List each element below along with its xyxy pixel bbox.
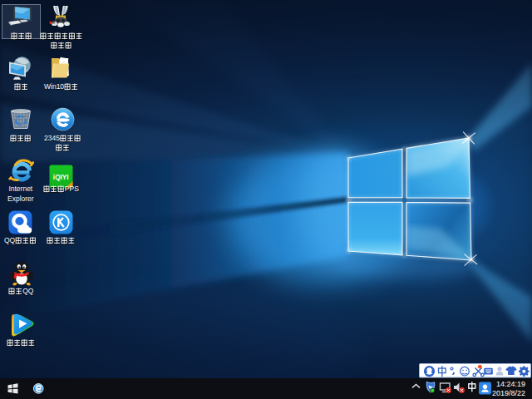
svg-text:PPS: PPS <box>65 185 79 193</box>
svg-text:2345: 2345 <box>44 134 60 142</box>
svg-text:Internet: Internet <box>8 185 32 193</box>
svg-text:QQ: QQ <box>22 287 34 295</box>
svg-text:QQ: QQ <box>4 236 16 244</box>
svg-text:Explorer: Explorer <box>7 195 34 203</box>
svg-text:Win10: Win10 <box>44 82 64 91</box>
svg-text:iQIYI: iQIYI <box>53 174 69 181</box>
